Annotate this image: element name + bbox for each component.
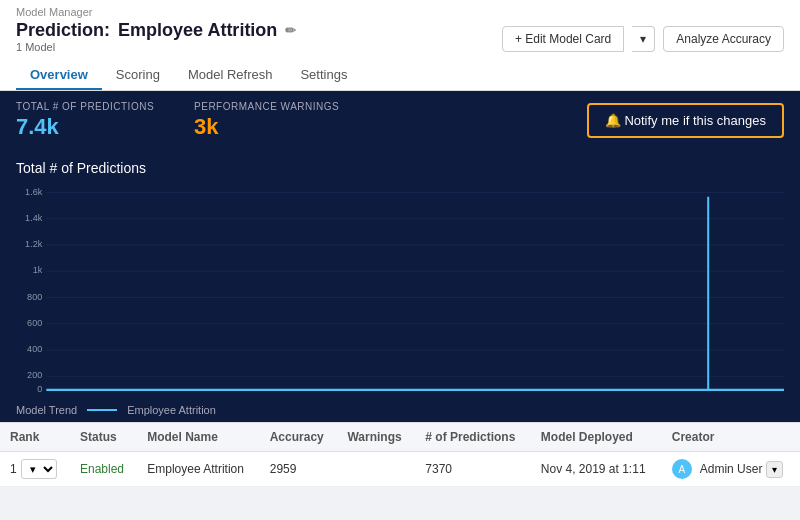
table-section: Rank Status Model Name Accuracy Warnings… — [0, 422, 800, 487]
cell-rank: 1 ▾ — [0, 452, 70, 487]
trend-series-label: Employee Attrition — [127, 404, 216, 416]
cell-deployed: Nov 4, 2019 at 1:11 — [531, 452, 662, 487]
creator-dropdown-button[interactable]: ▾ — [766, 461, 783, 478]
svg-text:0: 0 — [37, 384, 42, 392]
edit-icon[interactable]: ✏ — [285, 23, 296, 38]
col-rank: Rank — [0, 423, 70, 452]
predictions-stat: Total # of Predictions 7.4k — [16, 101, 154, 140]
chart-wrap: 1.6k 1.4k 1.2k 1k 800 600 400 200 0 04 — [16, 182, 784, 392]
cell-predictions: 7370 — [415, 452, 530, 487]
tabs: Overview Scoring Model Refresh Settings — [16, 61, 784, 90]
col-model-name: Model Name — [137, 423, 260, 452]
col-predictions: # of Predictions — [415, 423, 530, 452]
creator-name: Admin User — [700, 462, 763, 476]
model-count: 1 Model — [16, 41, 296, 57]
svg-text:200: 200 — [27, 370, 42, 380]
status-value: Enabled — [80, 462, 124, 476]
svg-text:400: 400 — [27, 344, 42, 354]
cell-creator: A Admin User ▾ — [662, 452, 800, 487]
model-table: Rank Status Model Name Accuracy Warnings… — [0, 423, 800, 487]
svg-text:1.4k: 1.4k — [25, 213, 43, 223]
warnings-label: Performance Warnings — [194, 101, 339, 112]
tab-scoring[interactable]: Scoring — [102, 61, 174, 90]
cell-status: Enabled — [70, 452, 137, 487]
col-status: Status — [70, 423, 137, 452]
page-title: Prediction: Employee Attrition ✏ — [16, 20, 296, 41]
warnings-stat: Performance Warnings 3k — [194, 101, 339, 140]
chart-svg: 1.6k 1.4k 1.2k 1k 800 600 400 200 0 04 — [16, 182, 784, 392]
trend-bar: Model Trend Employee Attrition — [0, 400, 800, 422]
edit-model-card-caret[interactable]: ▾ — [632, 26, 655, 52]
tab-model-refresh[interactable]: Model Refresh — [174, 61, 287, 90]
predictions-label: Total # of Predictions — [16, 101, 154, 112]
chart-container: Total # of Predictions 1.6k 1.4k 1.2k 1k… — [0, 150, 800, 400]
stats-panel: Total # of Predictions 7.4k Performance … — [0, 91, 800, 150]
col-accuracy: Accuracy — [260, 423, 338, 452]
prediction-row: Prediction: Employee Attrition ✏ 1 Model… — [16, 20, 784, 61]
trend-line-icon — [87, 409, 117, 411]
tab-settings[interactable]: Settings — [286, 61, 361, 90]
prediction-label: Prediction: — [16, 20, 110, 41]
tab-overview[interactable]: Overview — [16, 61, 102, 90]
svg-text:1k: 1k — [33, 265, 43, 275]
col-warnings: Warnings — [337, 423, 415, 452]
predictions-value: 7.4k — [16, 114, 154, 140]
notify-button[interactable]: 🔔 Notify me if this changes — [587, 103, 784, 138]
creator-avatar: A — [672, 459, 692, 479]
table-row: 1 ▾ Enabled Employee Attrition 2959 7370… — [0, 452, 800, 487]
chart-title: Total # of Predictions — [16, 160, 784, 176]
trend-label: Model Trend — [16, 404, 77, 416]
svg-text:800: 800 — [27, 291, 42, 301]
col-deployed: Model Deployed — [531, 423, 662, 452]
svg-text:1.2k: 1.2k — [25, 239, 43, 249]
warnings-value: 3k — [194, 114, 339, 140]
edit-model-card-button[interactable]: + Edit Model Card — [502, 26, 624, 52]
rank-dropdown[interactable]: ▾ — [21, 459, 57, 479]
breadcrumb: Model Manager — [16, 6, 784, 18]
rank-value: 1 — [10, 462, 17, 476]
header-buttons: + Edit Model Card ▾ Analyze Accuracy — [502, 26, 784, 52]
cell-accuracy: 2959 — [260, 452, 338, 487]
col-creator: Creator — [662, 423, 800, 452]
svg-text:1.6k: 1.6k — [25, 186, 43, 196]
cell-model-name: Employee Attrition — [137, 452, 260, 487]
table-header-row: Rank Status Model Name Accuracy Warnings… — [0, 423, 800, 452]
cell-warnings — [337, 452, 415, 487]
model-title: Employee Attrition — [118, 20, 277, 41]
top-bar: Model Manager Prediction: Employee Attri… — [0, 0, 800, 91]
analyze-accuracy-button[interactable]: Analyze Accuracy — [663, 26, 784, 52]
svg-text:600: 600 — [27, 318, 42, 328]
stats-area: Total # of Predictions 7.4k Performance … — [16, 101, 339, 140]
